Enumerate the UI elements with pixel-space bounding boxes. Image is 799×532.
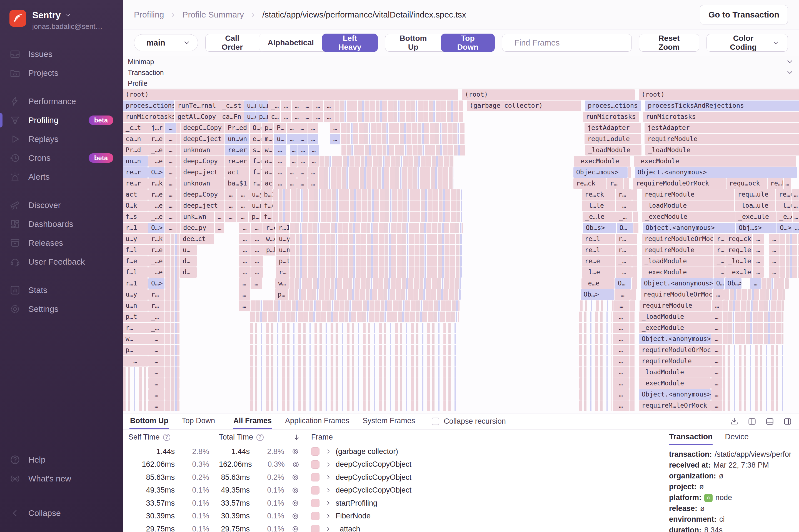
section-header-minimap[interactable]: Minimap (123, 56, 799, 67)
flame-frame[interactable]: a…t (262, 167, 273, 178)
sidebar-item-issues[interactable]: Issues (0, 45, 123, 63)
flame-frame[interactable]: _… (268, 100, 281, 111)
flame-frame[interactable]: … (613, 400, 629, 411)
table-row[interactable]: 33.57ms0.1%33.57ms0.1%startProfiling (123, 497, 661, 510)
flame-frame[interactable]: e…e (250, 134, 261, 145)
flame-frame[interactable]: proces…ctions (585, 100, 641, 111)
flame-frame[interactable]: … (750, 278, 761, 289)
flame-frame[interactable]: … (148, 378, 165, 389)
flame-frame[interactable]: r…c (263, 223, 275, 233)
flame-frame[interactable]: _l…e (582, 267, 615, 278)
flame-frame[interactable]: … (784, 178, 791, 189)
flame-frame[interactable]: Pr…ed (225, 123, 249, 133)
flame-frame[interactable]: requireModuleOrMock (639, 345, 711, 356)
flame-frame[interactable]: f…e (261, 201, 273, 211)
flame-frame[interactable]: … (613, 300, 630, 311)
flame-frame[interactable]: re…r (123, 167, 148, 178)
flame-frame[interactable]: d… (180, 267, 197, 278)
flame-frame[interactable]: unknown (181, 145, 224, 155)
flame-frame[interactable]: _exe…ule (736, 212, 776, 222)
flame-frame[interactable]: … (225, 189, 237, 200)
flame-frame[interactable]: f…e (250, 156, 261, 167)
expand-chevron-icon[interactable] (325, 487, 332, 494)
flame-frame[interactable]: u…n (276, 245, 290, 255)
flame-frame[interactable]: p…k (263, 245, 276, 255)
flame-frame[interactable]: … (712, 300, 723, 311)
tab-bottom-up[interactable]: Bottom Up (129, 414, 169, 429)
flame-frame[interactable]: _… (616, 201, 632, 211)
flame-frame[interactable]: … (281, 112, 291, 122)
flame-frame[interactable]: … (297, 178, 308, 189)
flame-frame[interactable]: _… (148, 311, 165, 322)
flame-frame[interactable]: re…l (582, 234, 615, 244)
flame-frame[interactable]: _execModule (639, 378, 711, 389)
flame-frame[interactable]: … (330, 134, 340, 145)
sidebar-item-projects[interactable]: Projects (0, 63, 123, 82)
flame-frame[interactable]: _ex…le (725, 267, 752, 278)
flame-frame[interactable]: O…> (148, 167, 165, 178)
flame-frame[interactable]: … (239, 223, 250, 233)
flame-frame[interactable]: … (225, 212, 236, 222)
flame-frame[interactable]: u… (274, 134, 286, 145)
flame-frame[interactable]: requireModuleOrMock (633, 178, 726, 189)
sidebar-item-profiling[interactable]: Profilingbeta (0, 111, 123, 130)
flame-frame[interactable]: … (239, 267, 250, 278)
flame-frame[interactable]: … (769, 256, 780, 267)
flame-frame[interactable]: u…n (123, 300, 148, 311)
flame-frame[interactable]: Objec…mous> (573, 167, 628, 178)
flame-frame[interactable]: requireModule (642, 189, 734, 200)
flame-frame[interactable]: Ob…> (581, 289, 614, 300)
flame-frame[interactable]: O…e (250, 123, 261, 133)
flame-frame[interactable]: … (165, 189, 176, 200)
flame-frame[interactable]: … (148, 334, 165, 344)
expand-chevron-icon[interactable] (325, 461, 332, 468)
tab-all-frames[interactable]: All Frames (233, 414, 272, 429)
self-time-header[interactable]: Self Time ? (123, 430, 213, 445)
flame-frame[interactable]: unk…wn (181, 212, 215, 222)
flame-frame[interactable]: (root) (123, 90, 458, 100)
sidebar-item-user-feedback[interactable]: User Feedback (0, 252, 123, 271)
flame-frame[interactable]: p…t (249, 212, 260, 222)
flame-frame[interactable]: … (239, 278, 250, 289)
flame-frame[interactable]: _…e (148, 145, 165, 155)
flame-frame[interactable]: … (711, 367, 722, 378)
flame-frame[interactable]: … (613, 367, 629, 378)
sort-option-left-heavy[interactable]: Left Heavy (322, 34, 377, 52)
collapse-recursion-checkbox[interactable] (432, 418, 439, 425)
flame-frame[interactable]: re…e (582, 256, 615, 267)
flame-frame[interactable]: … (711, 356, 722, 366)
flame-frame[interactable]: r… (123, 323, 148, 333)
flame-frame[interactable]: r…e (148, 245, 165, 255)
sidebar-item-settings[interactable]: Settings (0, 300, 123, 319)
frame-settings-gear-icon[interactable] (291, 486, 301, 495)
flame-frame[interactable]: … (613, 378, 629, 389)
flame-frame[interactable]: r…k (148, 178, 165, 189)
flame-frame[interactable]: ca…n (123, 134, 148, 145)
flame-frame[interactable]: … (753, 234, 764, 244)
flame-frame[interactable]: requireModuleOrMock (640, 289, 712, 300)
flame-frame[interactable]: … (239, 234, 250, 244)
flame-frame[interactable]: u…y (123, 289, 148, 300)
flame-frame[interactable]: s…r (250, 145, 261, 155)
flame-frame[interactable]: dee…py (181, 223, 215, 233)
go-to-transaction-button[interactable]: Go to Transaction (700, 5, 788, 24)
flame-frame[interactable]: … (613, 323, 629, 333)
sidebar-item-releases[interactable]: Releases (0, 233, 123, 252)
flame-frame[interactable]: act (225, 167, 249, 178)
tab-top-down[interactable]: Top Down (181, 414, 216, 429)
flame-frame[interactable]: f…s (123, 212, 148, 222)
flame-frame[interactable]: r… (616, 189, 632, 200)
flame-frame[interactable]: Object.<anonymous> (643, 223, 736, 233)
search-input[interactable] (515, 38, 619, 48)
download-icon[interactable] (729, 417, 739, 426)
frame-settings-gear-icon[interactable] (292, 460, 301, 469)
flame-frame[interactable]: p…t (123, 311, 148, 322)
flame-frame[interactable]: r…1 (123, 223, 148, 233)
flame-frame[interactable]: requireModule (639, 356, 711, 366)
flame-frame[interactable]: getAl…Copy (175, 112, 219, 122)
flame-frame[interactable]: f…l (261, 212, 272, 222)
panel-tab-transaction[interactable]: Transaction (669, 430, 712, 445)
flame-frame[interactable]: j…r (148, 123, 165, 133)
flame-frame[interactable]: _e…e (777, 212, 792, 222)
flame-frame[interactable]: _l…le (582, 201, 615, 211)
